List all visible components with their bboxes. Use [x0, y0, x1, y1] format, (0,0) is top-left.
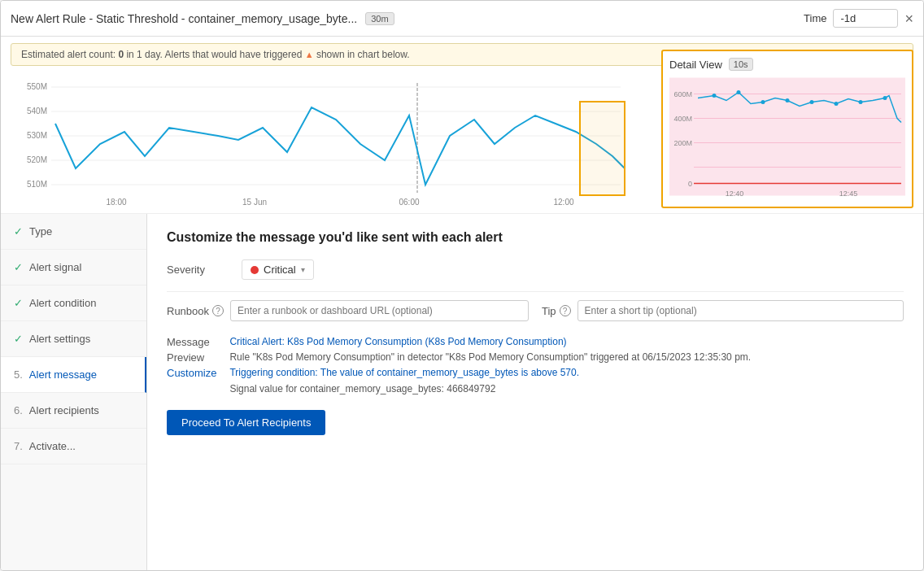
runbook-group: Runbook ?	[167, 300, 529, 321]
runbook-label: Runbook ?	[167, 305, 224, 317]
banner-text: Estimated alert count: 0 in 1 day. Alert…	[21, 49, 410, 60]
time-label: Time	[804, 12, 826, 24]
sidebar-label-recipients: Alert recipients	[29, 404, 99, 416]
window-title: New Alert Rule - Static Threshold - cont…	[11, 12, 357, 25]
svg-text:520M: 520M	[27, 155, 47, 164]
preview-label: Preview	[167, 350, 216, 364]
message-label: Message	[167, 334, 216, 348]
time-input[interactable]	[833, 9, 898, 28]
severity-row: Severity Critical ▾	[167, 259, 904, 280]
svg-point-34	[835, 102, 839, 106]
severity-label: Severity	[167, 264, 232, 276]
chevron-down-icon: ▾	[301, 265, 305, 274]
runbook-tip-row: Runbook ? Tip ?	[167, 300, 904, 321]
svg-text:18:00: 18:00	[106, 198, 126, 207]
check-icon-settings: ✓	[14, 333, 23, 345]
sidebar-label-settings: Alert settings	[29, 333, 90, 345]
runbook-input[interactable]	[230, 300, 529, 321]
close-button[interactable]: ×	[904, 11, 913, 26]
sidebar-item-alert-message[interactable]: 5. Alert message	[1, 357, 146, 393]
svg-point-36	[883, 96, 887, 100]
detail-view-panel: Detail View 10s 600M 400M 200M 0 12:40 1…	[661, 50, 913, 208]
check-icon-type: ✓	[14, 225, 23, 238]
tip-input[interactable]	[578, 300, 904, 321]
tip-group: Tip ?	[542, 300, 904, 321]
sidebar-item-alert-condition[interactable]: ✓ Alert condition	[1, 286, 146, 321]
num-recipients: 6.	[14, 404, 23, 416]
svg-text:540M: 540M	[27, 107, 47, 116]
detail-time-badge: 10s	[729, 58, 753, 71]
check-icon-signal: ✓	[14, 261, 23, 273]
severity-dropdown[interactable]: Critical ▾	[242, 259, 314, 280]
svg-point-32	[786, 98, 790, 102]
severity-value: Critical	[264, 264, 296, 276]
main-chart-svg: 550M 540M 530M 520M 510M 18:00 15 Jun 06…	[11, 71, 629, 213]
main-chart-container: 550M 540M 530M 520M 510M 18:00 15 Jun 06…	[11, 71, 629, 213]
right-panel: Customize the message you'd like sent wi…	[147, 214, 923, 570]
sidebar-item-type[interactable]: ✓ Type	[1, 214, 146, 250]
sidebar-item-alert-recipients[interactable]: 6. Alert recipients	[1, 393, 146, 429]
customize-link[interactable]: Customize	[167, 365, 216, 379]
runbook-help-icon[interactable]: ?	[212, 305, 224, 316]
detail-chart-svg: 600M 400M 200M 0 12:40 12:45	[669, 76, 905, 198]
msg-title: Critical Alert: K8s Pod Memory Consumpti…	[229, 334, 904, 350]
svg-rect-15	[580, 102, 625, 195]
sidebar-item-alert-signal[interactable]: ✓ Alert signal	[1, 250, 146, 286]
svg-point-33	[810, 100, 814, 104]
header-right: Time ×	[804, 9, 913, 28]
svg-text:200M: 200M	[673, 139, 692, 147]
main-content: ✓ Type ✓ Alert signal ✓ Alert condition …	[1, 214, 923, 570]
panel-title: Customize the message you'd like sent wi…	[167, 230, 904, 245]
svg-rect-16	[669, 78, 905, 196]
svg-text:15 Jun: 15 Jun	[242, 198, 267, 207]
msg-body: Rule "K8s Pod Memory Consumption" in det…	[229, 350, 904, 365]
severity-dot	[251, 266, 259, 274]
svg-text:550M: 550M	[27, 82, 47, 91]
svg-text:12:00: 12:00	[553, 198, 573, 207]
msg-labels: Message Preview Customize	[167, 334, 216, 397]
svg-text:510M: 510M	[27, 180, 47, 189]
num-activate: 7.	[14, 440, 23, 452]
tip-label: Tip ?	[542, 305, 571, 317]
svg-point-35	[859, 100, 863, 104]
message-preview-section: Message Preview Customize Critical Alert…	[167, 334, 904, 397]
detail-view-title: Detail View	[669, 59, 722, 71]
msg-content: Critical Alert: K8s Pod Memory Consumpti…	[229, 334, 904, 397]
tip-help-icon[interactable]: ?	[560, 305, 571, 316]
sidebar-label-activate: Activate...	[29, 440, 76, 452]
svg-point-31	[761, 100, 765, 104]
svg-point-29	[713, 94, 717, 98]
msg-trigger: Triggering condition: The value of conta…	[229, 365, 904, 381]
sidebar-label-condition: Alert condition	[29, 297, 96, 309]
header-left: New Alert Rule - Static Threshold - cont…	[11, 12, 394, 25]
sidebar-label-message: Alert message	[29, 368, 97, 381]
check-icon-condition: ✓	[14, 297, 23, 309]
svg-text:530M: 530M	[27, 131, 47, 140]
msg-signal: Signal value for container_memory_usage_…	[229, 381, 904, 397]
svg-text:600M: 600M	[673, 90, 692, 98]
svg-text:400M: 400M	[673, 115, 692, 123]
svg-text:06:00: 06:00	[399, 198, 419, 207]
svg-point-30	[737, 90, 741, 94]
sidebar-label-signal: Alert signal	[29, 261, 81, 273]
main-window: New Alert Rule - Static Threshold - cont…	[0, 0, 924, 571]
detail-header: Detail View 10s	[669, 58, 905, 71]
proceed-button[interactable]: Proceed To Alert Recipients	[167, 410, 325, 435]
svg-text:12:40: 12:40	[726, 190, 744, 198]
sidebar: ✓ Type ✓ Alert signal ✓ Alert condition …	[1, 214, 147, 570]
time-badge: 30m	[365, 12, 394, 25]
sidebar-label-type: Type	[29, 225, 52, 238]
sidebar-item-activate[interactable]: 7. Activate...	[1, 429, 146, 464]
svg-text:12:45: 12:45	[839, 190, 858, 198]
sidebar-item-alert-settings[interactable]: ✓ Alert settings	[1, 321, 146, 357]
header: New Alert Rule - Static Threshold - cont…	[1, 1, 923, 37]
num-message: 5.	[14, 368, 23, 381]
svg-text:0: 0	[688, 180, 692, 188]
